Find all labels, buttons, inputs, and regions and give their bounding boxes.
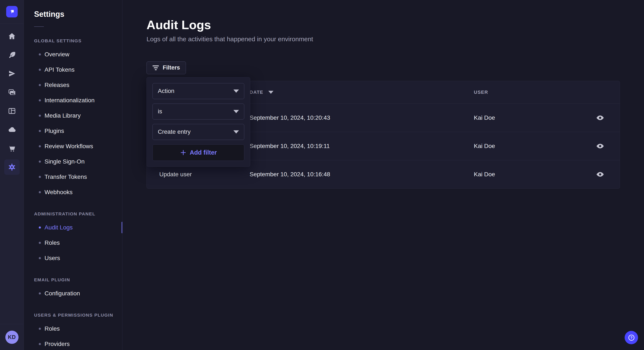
nav-list-email-plugin: Configuration: [34, 286, 122, 301]
nav-list-administration-panel: Audit Logs Roles Users: [34, 220, 122, 266]
bullet-icon: [39, 69, 41, 71]
section-label-email-plugin: EMAIL PLUGIN: [34, 277, 122, 282]
sidebar-item-releases[interactable]: Releases: [34, 77, 122, 93]
bullet-icon: [39, 145, 41, 147]
sidebar-item-roles-up[interactable]: Roles: [34, 321, 122, 336]
view-details-button[interactable]: [595, 142, 605, 150]
sidebar-item-internationalization[interactable]: Internationalization: [34, 93, 122, 108]
main-content: Audit Logs Logs of all the activities th…: [122, 0, 644, 350]
section-label-users-permissions-plugin: USERS & PERMISSIONS PLUGIN: [34, 313, 122, 318]
settings-icon[interactable]: [4, 160, 20, 175]
bullet-icon: [39, 115, 41, 117]
bullet-icon: [39, 161, 41, 163]
view-details-button[interactable]: [595, 114, 605, 122]
bullet-icon: [39, 226, 41, 229]
deploy-icon[interactable]: [4, 66, 20, 81]
bullet-icon: [39, 99, 41, 101]
home-icon[interactable]: [4, 28, 20, 44]
section-label-global-settings: GLOBAL SETTINGS: [34, 38, 122, 43]
chevron-down-icon: [234, 90, 239, 93]
cloud-icon[interactable]: [4, 122, 20, 137]
column-header-user[interactable]: USER: [474, 90, 580, 95]
view-details-button[interactable]: [595, 170, 605, 178]
sidebar-item-overview[interactable]: Overview: [34, 47, 122, 62]
question-mark-icon: ?: [628, 334, 635, 342]
eye-icon: [595, 114, 605, 122]
eye-icon: [595, 170, 605, 178]
filter-field-select[interactable]: Action: [152, 83, 244, 99]
cell-date: September 10, 2024, 10:20:43: [250, 114, 474, 121]
cell-user: Kai Doe: [474, 114, 580, 121]
bullet-icon: [39, 84, 41, 86]
sidebar-item-users[interactable]: Users: [34, 250, 122, 266]
bullet-icon: [39, 257, 41, 259]
chevron-down-icon: [234, 130, 239, 134]
settings-subnav: Settings GLOBAL SETTINGS Overview API To…: [24, 0, 122, 350]
nav-list-users-permissions-plugin: Roles Providers: [34, 321, 122, 350]
rail-footer: KD: [0, 324, 24, 350]
icon-rail: KD: [0, 0, 24, 350]
filters-button[interactable]: Filters: [146, 61, 186, 74]
sidebar-item-single-sign-on[interactable]: Single Sign-On: [34, 154, 122, 169]
sidebar-item-webhooks[interactable]: Webhooks: [34, 184, 122, 200]
chevron-down-icon: [234, 110, 239, 113]
cell-date: September 10, 2024, 10:16:48: [250, 171, 474, 178]
sidebar-item-review-workflows[interactable]: Review Workflows: [34, 139, 122, 154]
sidebar-item-roles-admin[interactable]: Roles: [34, 235, 122, 250]
bullet-icon: [39, 53, 41, 55]
subnav-title: Settings: [34, 10, 122, 19]
sidebar-item-configuration[interactable]: Configuration: [34, 286, 122, 301]
plus-icon: [180, 149, 186, 156]
filter-operator-select[interactable]: is: [152, 104, 244, 120]
strapi-logo-icon: [8, 8, 16, 16]
page-title: Audit Logs: [146, 18, 644, 32]
add-filter-button[interactable]: Add filter: [152, 144, 244, 161]
filter-value-value: Create entry: [158, 128, 190, 135]
filter-field-value: Action: [158, 88, 174, 94]
page-subtitle: Logs of all the activities that happened…: [146, 35, 644, 43]
sidebar-item-media-library[interactable]: Media Library: [34, 108, 122, 123]
sort-descending-icon: [268, 91, 274, 94]
rail-nav: [4, 28, 20, 175]
cell-action: Update user: [147, 171, 250, 178]
cell-user: Kai Doe: [474, 171, 580, 178]
bullet-icon: [39, 130, 41, 132]
sidebar-item-plugins[interactable]: Plugins: [34, 123, 122, 139]
content-manager-icon[interactable]: [4, 103, 20, 119]
strapi-admin-screen: KD Settings GLOBAL SETTINGS Overview API…: [0, 0, 644, 350]
title-divider: [34, 26, 44, 27]
bullet-icon: [39, 292, 41, 295]
section-label-administration-panel: ADMINISTRATION PANEL: [34, 211, 122, 216]
cell-user: Kai Doe: [474, 143, 580, 150]
sidebar-item-providers[interactable]: Providers: [34, 336, 122, 350]
user-avatar[interactable]: KD: [5, 331, 18, 344]
filter-icon: [152, 65, 159, 70]
avatar-initials: KD: [8, 334, 16, 340]
bullet-icon: [39, 191, 41, 193]
svg-text:?: ?: [630, 336, 632, 340]
filters-button-label: Filters: [163, 64, 180, 71]
marketplace-icon[interactable]: [4, 141, 20, 156]
filter-value-select[interactable]: Create entry: [152, 124, 244, 140]
bullet-icon: [39, 343, 41, 345]
cell-date: September 10, 2024, 10:19:11: [250, 143, 474, 150]
filter-operator-value: is: [158, 108, 162, 115]
eye-icon: [595, 142, 605, 150]
help-button[interactable]: ?: [624, 331, 638, 344]
bullet-icon: [39, 176, 41, 178]
add-filter-label: Add filter: [190, 149, 217, 156]
bullet-icon: [39, 328, 41, 330]
filters-popover: Action is Create entry Add filter: [146, 77, 250, 167]
sidebar-item-audit-logs[interactable]: Audit Logs: [34, 220, 122, 235]
column-header-date[interactable]: DATE: [250, 90, 474, 95]
strapi-logo-button[interactable]: [6, 6, 18, 17]
media-library-icon[interactable]: [4, 85, 20, 100]
content-builder-icon[interactable]: [4, 47, 20, 62]
bullet-icon: [39, 242, 41, 244]
nav-list-global-settings: Overview API Tokens Releases Internation…: [34, 47, 122, 200]
sidebar-item-api-tokens[interactable]: API Tokens: [34, 62, 122, 77]
sidebar-item-transfer-tokens[interactable]: Transfer Tokens: [34, 169, 122, 184]
